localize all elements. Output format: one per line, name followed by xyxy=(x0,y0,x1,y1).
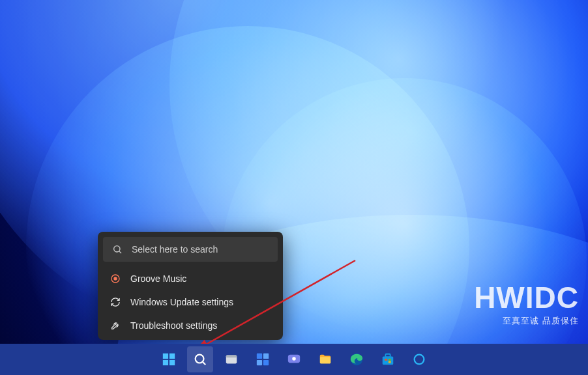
svg-rect-14 xyxy=(263,354,269,359)
troubleshoot-icon xyxy=(110,320,121,331)
search-suggestion-label: Windows Update settings xyxy=(130,297,233,307)
svg-rect-21 xyxy=(383,356,394,365)
watermark-tagline: 至真至诚 品质保住 xyxy=(474,315,579,327)
task-view-button[interactable] xyxy=(218,346,244,372)
svg-rect-12 xyxy=(226,355,237,358)
folder-icon xyxy=(318,352,332,367)
svg-point-3 xyxy=(114,277,117,280)
svg-rect-16 xyxy=(263,360,269,365)
svg-line-10 xyxy=(203,362,205,365)
search-button[interactable] xyxy=(187,346,213,372)
svg-rect-23 xyxy=(385,359,387,361)
svg-rect-19 xyxy=(320,357,331,363)
search-suggestion-troubleshoot[interactable]: Troubleshoot settings xyxy=(103,314,278,337)
svg-rect-25 xyxy=(385,361,387,363)
search-suggestion-label: Groove Music xyxy=(130,273,186,284)
svg-rect-7 xyxy=(163,360,168,365)
chat-icon xyxy=(287,352,301,367)
svg-rect-13 xyxy=(257,354,262,359)
widgets-button[interactable] xyxy=(250,346,276,372)
start-button[interactable] xyxy=(156,346,182,372)
search-icon xyxy=(193,352,207,367)
update-icon xyxy=(110,296,121,308)
edge-button[interactable] xyxy=(344,346,370,372)
file-explorer-button[interactable] xyxy=(312,346,338,372)
svg-point-18 xyxy=(292,357,296,361)
svg-point-0 xyxy=(114,246,120,252)
search-suggestion-windows-update[interactable]: Windows Update settings xyxy=(103,290,278,314)
svg-point-9 xyxy=(196,355,204,363)
watermark: HWIDC 至真至诚 品质保住 xyxy=(474,283,579,327)
svg-point-27 xyxy=(415,355,424,365)
svg-rect-5 xyxy=(163,354,168,359)
svg-rect-6 xyxy=(169,354,175,359)
svg-rect-22 xyxy=(385,354,390,357)
watermark-brand: HWIDC xyxy=(474,283,579,312)
groove-music-icon xyxy=(110,273,121,285)
search-icon xyxy=(112,244,123,255)
cortana-button[interactable] xyxy=(406,346,432,372)
store-icon xyxy=(381,352,395,367)
search-flyout: Groove Music Windows Update settings Tro… xyxy=(98,232,283,340)
microsoft-store-button[interactable] xyxy=(375,346,401,372)
task-view-icon xyxy=(224,352,239,367)
svg-rect-8 xyxy=(169,360,175,365)
taskbar xyxy=(0,344,588,375)
search-suggestion-label: Troubleshoot settings xyxy=(130,320,217,331)
edge-icon xyxy=(349,352,364,367)
svg-rect-26 xyxy=(389,361,391,363)
svg-rect-24 xyxy=(389,359,391,361)
svg-line-1 xyxy=(119,251,121,253)
svg-rect-15 xyxy=(257,360,262,365)
windows-logo-icon xyxy=(162,352,176,367)
search-suggestion-groove-music[interactable]: Groove Music xyxy=(103,267,278,290)
search-box[interactable] xyxy=(103,237,278,262)
widgets-icon xyxy=(256,352,270,367)
cortana-icon xyxy=(412,352,426,367)
search-input[interactable] xyxy=(130,243,269,255)
chat-button[interactable] xyxy=(281,346,307,372)
